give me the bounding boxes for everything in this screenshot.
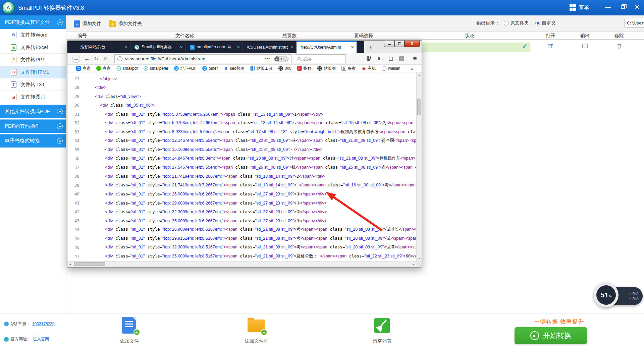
hamburger-menu-icon[interactable]: ≡ [411, 55, 419, 63]
bookmark-item[interactable]: S smallpdf [116, 66, 138, 71]
trash-icon[interactable] [616, 43, 622, 49]
bookmark-item[interactable]: 商家 [96, 66, 111, 71]
tab-close-icon[interactable]: × [351, 44, 354, 50]
horizontal-scrollbar[interactable]: ◄ ► [67, 261, 416, 267]
bookmark-item[interactable]: wailian [382, 66, 400, 71]
bookmark-label: wailian [388, 66, 400, 71]
sidebar-section-to-pdf[interactable]: 其他文件转换成PDF [0, 105, 66, 118]
scroll-up-icon[interactable]: ▲ [417, 72, 422, 78]
search-box[interactable]: 搜索 [295, 54, 346, 63]
sidebar-item-excel[interactable]: E文件转Excel [0, 41, 66, 54]
sidebar-item-ppt[interactable]: P文件转PPT [0, 54, 66, 66]
restore-button[interactable] [618, 3, 628, 11]
pocket-icon[interactable]: ∨ [273, 55, 281, 63]
gauge-percent: 51 [601, 291, 608, 299]
tab-close-icon[interactable]: × [124, 44, 127, 50]
bookmark-item[interactable]: 站长圈 [317, 66, 336, 71]
bookmark-item[interactable]: 000 [278, 66, 291, 71]
browser-tab[interactable]: 浩钥网站后台 × [76, 41, 130, 53]
new-tab-button[interactable]: + [366, 43, 375, 51]
open-file-icon[interactable] [547, 43, 553, 49]
start-convert-button[interactable]: ▶ 开始转换 [515, 327, 587, 344]
sidebar-item-txt[interactable]: T文件转TXT [0, 78, 66, 91]
reader-sidebar-icon[interactable] [376, 55, 384, 63]
bookmark-star-icon[interactable]: ☆ [283, 55, 291, 63]
qq-number-link[interactable]: 1933175230 [32, 322, 55, 326]
hscroll-thumb[interactable] [74, 262, 105, 266]
page-info-icon[interactable]: i [117, 56, 122, 61]
line-number: 42 [67, 209, 85, 214]
promo-text: 一键转换 效率提升 [534, 318, 584, 326]
bookmark-item[interactable]: S smallpefer [144, 66, 168, 71]
menu-grid-icon[interactable] [570, 4, 576, 11]
close-button[interactable]: × [632, 3, 642, 11]
sidebar-item-image[interactable]: ◢文件转图片 [0, 91, 66, 103]
screenshot-crop-icon[interactable] [387, 55, 395, 63]
add-file-button[interactable]: + 添加文件 [74, 19, 101, 28]
add-file-big-button[interactable]: + 添加文件 [109, 316, 150, 344]
output-path-input[interactable] [625, 19, 644, 27]
bookmarks-overflow-icon[interactable]: » [411, 66, 414, 71]
scroll-right-icon[interactable]: ► [411, 261, 416, 267]
browser-minimize-button[interactable] [384, 41, 394, 47]
tab-close-icon[interactable]: × [290, 44, 293, 50]
bookmark-item[interactable]: S seo检测 [223, 66, 244, 71]
minimize-button[interactable]: — [603, 3, 613, 11]
chevron-down-icon [57, 109, 63, 114]
add-folder-big-button[interactable]: + 添加文件夹 [236, 316, 277, 344]
scroll-down-icon[interactable]: ▼ [417, 256, 422, 261]
qq-bell-icon [4, 322, 9, 326]
vertical-scrollbar[interactable]: ▲ ▼ [416, 72, 422, 261]
browser-tab[interactable]: file:///C:/Users/Admini × [297, 41, 357, 53]
bookmark-item[interactable]: 指数 [297, 66, 312, 71]
library-icon[interactable] [365, 55, 373, 63]
add-folder-button[interactable]: + 添加文件夹 [109, 19, 142, 28]
bookmark-item[interactable]: 北斗PDF [174, 66, 197, 71]
gauge-percent-sign: % [609, 295, 611, 298]
radio-original-folder[interactable]: 原文件夹 [504, 20, 529, 26]
tab-close-icon[interactable]: × [180, 44, 183, 50]
globe-icon [382, 66, 386, 71]
line-number: 46 [67, 245, 85, 250]
vscroll-thumb[interactable] [417, 99, 421, 115]
browser-tab[interactable]: ϟ smallpdfer.com_网 × [186, 41, 243, 53]
qq-service-label: QQ 客服： [11, 321, 30, 327]
line-number: 45 [67, 236, 85, 241]
bookmark-item[interactable]: ◆ 主机 [362, 66, 376, 71]
status-check-icon: ✓ [522, 42, 528, 50]
official-site-link[interactable]: 进入官网 [33, 336, 49, 342]
app-logo-icon: S [2, 1, 15, 14]
sidebar-section-ebook[interactable]: 电子书格式转换 [0, 134, 66, 148]
bookmark-item[interactable]: 支 商家 [76, 66, 91, 71]
tab-title: /C:/Users/Administrato [247, 45, 288, 50]
menu-button[interactable]: 菜单 [579, 4, 589, 11]
bookmark-item[interactable]: 站长工具 [250, 66, 273, 71]
bookmark-item[interactable]: pdfer [202, 66, 218, 71]
scroll-left-icon[interactable]: ◄ [67, 261, 73, 267]
bookmark-item[interactable]: 备 备案 [341, 66, 356, 71]
memory-gauge[interactable]: 51% [594, 283, 619, 307]
sidebar-item-word[interactable]: W文件转Word [0, 29, 66, 41]
browser-close-button[interactable]: X [405, 41, 420, 47]
open-output-icon[interactable] [582, 43, 588, 49]
line-code: <div class="stl_01" style="top: 12.1467e… [85, 138, 416, 143]
extension-icon[interactable]: ⋮ [397, 55, 406, 63]
sidebar-item-html[interactable]: H文件转HTML [0, 66, 66, 78]
radio-custom[interactable]: 自定义 [535, 20, 556, 26]
home-icon[interactable]: ⌂ [102, 55, 110, 63]
browser-tab[interactable]: /C:/Users/Administrato × [243, 41, 297, 53]
page-actions-icon[interactable]: ••• [263, 55, 271, 63]
tab-close-icon[interactable]: × [237, 44, 240, 50]
clear-list-big-button[interactable]: 清空列表 [362, 316, 402, 344]
sidebar-section-other-ops[interactable]: PDF的其他操作 [0, 119, 66, 133]
radio-off-icon [504, 21, 508, 25]
browser-tab[interactable]: S Small pdf转换器 × [130, 41, 186, 53]
chevron-down-icon [57, 138, 63, 144]
forward-icon[interactable]: → [83, 55, 91, 63]
radio-on-icon [535, 21, 540, 25]
refresh-icon[interactable]: ↻ [92, 55, 100, 63]
browser-restore-button[interactable] [394, 41, 405, 47]
add-folder-icon: + [109, 21, 116, 27]
sidebar-header[interactable]: PDF转换成其它文件 [0, 15, 66, 29]
back-icon[interactable]: ← [72, 55, 80, 63]
